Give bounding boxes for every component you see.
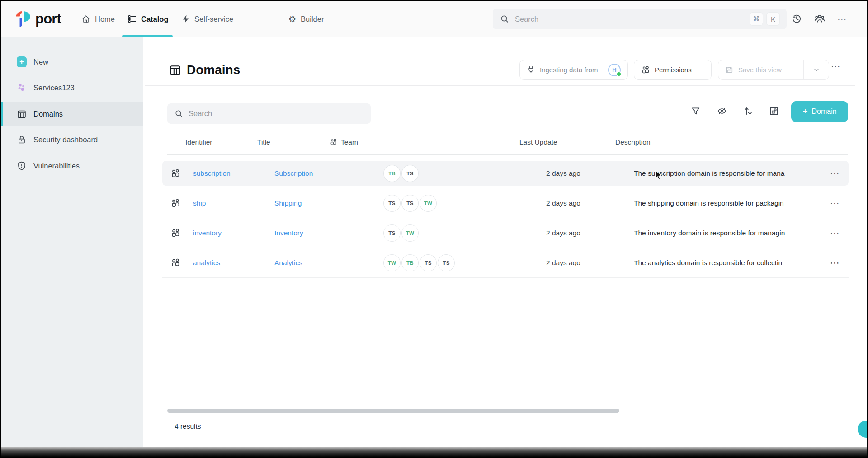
team-avatars[interactable]: TSTW xyxy=(383,224,419,242)
team-avatar[interactable]: TW xyxy=(383,254,401,271)
tab-catalog[interactable]: Catalog xyxy=(127,1,169,37)
description-value: The subscription domain is responsible f… xyxy=(634,169,820,178)
team-avatars[interactable]: TBTS xyxy=(383,165,419,182)
title-link[interactable]: Analytics xyxy=(274,259,302,267)
last-update-value: 2 days ago xyxy=(546,199,580,207)
team-avatar[interactable]: TB xyxy=(401,254,419,271)
table-search-input[interactable]: Search xyxy=(167,103,371,124)
row-actions-button[interactable]: ⋯ xyxy=(826,171,844,175)
table-row[interactable]: ship Shipping TSTSTW 2 days ago The ship… xyxy=(162,188,849,218)
search-placeholder: Search xyxy=(515,15,538,23)
lightning-icon xyxy=(182,14,190,23)
chat-bubble[interactable] xyxy=(858,421,868,438)
table-header-row: Identifier Title Team Last Update Descri… xyxy=(144,130,867,154)
filter-icon[interactable] xyxy=(691,106,701,116)
tab-builder[interactable]: ⚙ Builder xyxy=(288,1,324,37)
home-icon xyxy=(81,14,90,23)
save-view-button[interactable]: Save this view xyxy=(718,60,803,79)
team-avatar[interactable]: TS xyxy=(383,195,401,212)
team-avatar[interactable]: TS xyxy=(383,224,401,242)
column-header-identifier[interactable]: Identifier xyxy=(185,138,212,146)
permissions-button[interactable]: Permissions xyxy=(634,60,712,80)
more-menu-icon[interactable]: ⋯ xyxy=(837,17,847,21)
ingesting-data-button[interactable]: Ingesting data from H xyxy=(519,60,628,80)
last-update-value: 2 days ago xyxy=(546,169,580,178)
page-header: Domains xyxy=(169,58,240,82)
team-avatar[interactable]: TS xyxy=(401,165,419,182)
tab-self-service[interactable]: Self-service xyxy=(182,1,233,37)
organization-icon[interactable] xyxy=(814,14,825,24)
main-content: Domains Ingesting data from H Permissi xyxy=(144,37,867,447)
header-divider xyxy=(145,85,855,86)
top-navigation-bar: port Home Catalog xyxy=(1,1,867,37)
page-more-menu-icon[interactable]: ⋯ xyxy=(829,65,843,68)
tab-label: Catalog xyxy=(141,15,169,23)
table-search-placeholder: Search xyxy=(189,109,212,118)
team-avatars[interactable]: TSTSTW xyxy=(383,195,437,212)
team-avatar[interactable]: TS xyxy=(438,254,455,271)
status-dot xyxy=(616,71,622,77)
tab-label: Self-service xyxy=(194,15,233,23)
sidebar-item-new[interactable]: + New xyxy=(1,51,143,73)
title-link[interactable]: Shipping xyxy=(274,199,302,207)
sidebar-item-security-dashboard[interactable]: Security dashboard xyxy=(1,129,143,150)
sidebar-item-domains[interactable]: Domains xyxy=(1,102,143,126)
chevron-down-icon xyxy=(813,66,820,74)
table-toolbar xyxy=(691,106,779,116)
column-header-description[interactable]: Description xyxy=(615,138,651,146)
identifier-link[interactable]: subscription xyxy=(193,169,231,178)
page-title: Domains xyxy=(187,63,240,77)
k-key: K xyxy=(767,13,779,25)
save-view-split-button: Save this view xyxy=(718,60,829,80)
table-header-divider xyxy=(167,154,848,155)
table-row[interactable]: analytics Analytics TWTBTSTS 2 days ago … xyxy=(162,248,849,278)
app-window: port Home Catalog xyxy=(0,0,868,458)
sidebar-item-vulnerabilities[interactable]: Vulnerabilities xyxy=(1,155,143,177)
services-cluster-icon xyxy=(17,83,27,93)
team-avatar[interactable]: TW xyxy=(420,195,437,212)
sidebar-item-services123[interactable]: Services123 xyxy=(1,77,143,98)
brand-name: port xyxy=(35,11,61,27)
row-actions-button[interactable]: ⋯ xyxy=(826,201,844,205)
global-search-input[interactable]: Search ⌘ K xyxy=(493,9,787,29)
identifier-link[interactable]: ship xyxy=(193,199,206,207)
sidebar-item-label: Services123 xyxy=(33,84,75,92)
horizontal-scrollbar[interactable] xyxy=(167,409,619,413)
table-row[interactable]: subscription Subscription TBTS 2 days ag… xyxy=(162,159,849,188)
team-avatar[interactable]: TS xyxy=(420,254,437,271)
table-icon xyxy=(17,109,27,119)
plug-icon xyxy=(527,65,535,74)
port-logo-icon xyxy=(14,9,31,28)
history-icon[interactable] xyxy=(791,14,802,24)
title-link[interactable]: Inventory xyxy=(274,229,303,237)
row-actions-button[interactable]: ⋯ xyxy=(826,261,844,264)
column-header-team[interactable]: Team xyxy=(330,138,358,146)
column-header-last-update[interactable]: Last Update xyxy=(519,138,557,146)
hide-columns-icon[interactable] xyxy=(717,106,727,116)
port-logo[interactable]: port xyxy=(14,9,61,28)
team-avatars[interactable]: TWTBTSTS xyxy=(383,254,455,271)
window-bottom-shadow xyxy=(1,447,867,457)
last-update-value: 2 days ago xyxy=(546,229,580,237)
permissions-label: Permissions xyxy=(655,66,692,74)
catalog-icon xyxy=(127,14,137,23)
title-link[interactable]: Subscription xyxy=(274,169,313,178)
tab-label: Home xyxy=(95,15,115,23)
table-row[interactable]: inventory Inventory TSTW 2 days ago The … xyxy=(162,218,849,248)
column-header-title[interactable]: Title xyxy=(257,138,270,146)
add-domain-button[interactable]: + Domain xyxy=(791,101,848,122)
sort-icon[interactable] xyxy=(743,106,753,116)
identifier-link[interactable]: inventory xyxy=(193,229,222,237)
users-icon xyxy=(641,65,650,75)
identifier-link[interactable]: analytics xyxy=(193,259,220,267)
plus-square-icon: + xyxy=(17,56,27,67)
team-avatar[interactable]: TS xyxy=(401,195,419,212)
team-avatar[interactable]: TB xyxy=(383,165,401,182)
search-icon xyxy=(500,14,509,23)
active-tab-underline xyxy=(122,35,173,37)
save-view-dropdown-button[interactable] xyxy=(803,60,829,79)
team-avatar[interactable]: TW xyxy=(401,224,419,242)
row-actions-button[interactable]: ⋯ xyxy=(826,231,844,234)
group-by-icon[interactable] xyxy=(769,106,779,116)
tab-home[interactable]: Home xyxy=(81,1,115,37)
